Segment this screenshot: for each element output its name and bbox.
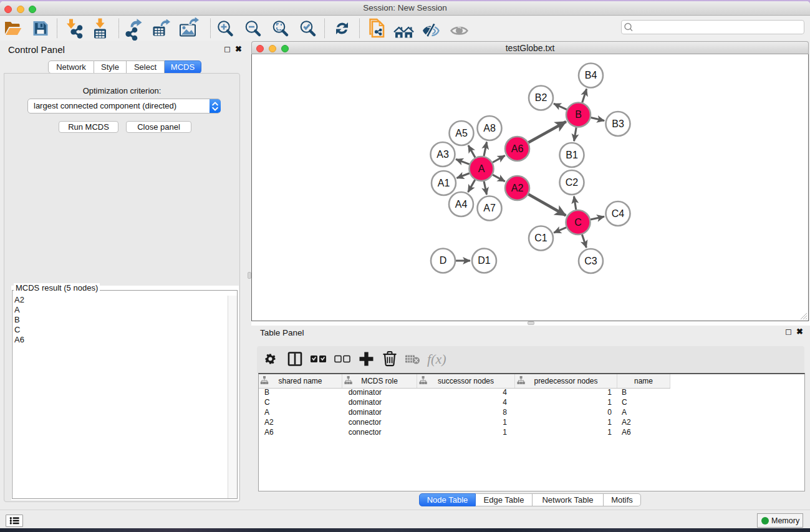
svg-text:A8: A8 (483, 123, 496, 133)
svg-text:C1: C1 (534, 233, 547, 243)
svg-text:A4: A4 (455, 199, 468, 210)
svg-text:C3: C3 (584, 256, 597, 266)
svg-text:A2: A2 (511, 183, 524, 193)
svg-text:B1: B1 (566, 150, 578, 160)
svg-text:C2: C2 (566, 177, 579, 188)
svg-text:B2: B2 (535, 92, 547, 103)
svg-text:A7: A7 (483, 203, 496, 213)
svg-text:D: D (440, 255, 447, 266)
svg-text:A3: A3 (436, 149, 449, 160)
svg-text:A6: A6 (511, 143, 524, 154)
svg-text:D1: D1 (478, 255, 491, 266)
svg-text:A5: A5 (455, 128, 468, 138)
svg-text:B3: B3 (612, 118, 624, 129)
svg-text:B4: B4 (585, 70, 597, 80)
svg-text:f(x): f(x) (427, 351, 446, 367)
svg-text:A1: A1 (438, 178, 450, 188)
svg-text:C4: C4 (612, 208, 625, 219)
svg-text:B: B (575, 109, 582, 120)
svg-text:A: A (478, 163, 485, 174)
svg-text:C: C (574, 217, 582, 228)
